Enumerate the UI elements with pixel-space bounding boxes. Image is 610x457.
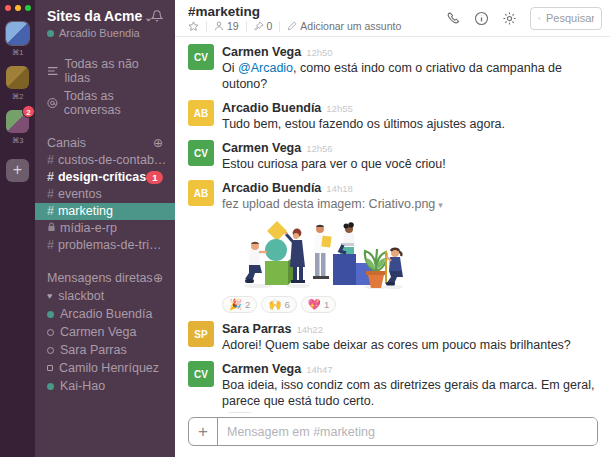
- message-author[interactable]: Carmen Vega: [222, 362, 301, 376]
- channel-topic[interactable]: Adicionar um assunto: [287, 20, 401, 32]
- members-count[interactable]: 19: [214, 20, 239, 32]
- presence-online-icon: [47, 383, 54, 390]
- minimize-window-button[interactable]: [15, 5, 21, 11]
- uploaded-image-criativo-png[interactable]: [236, 219, 406, 291]
- reaction-pill[interactable]: 👌1: [222, 412, 257, 413]
- channel-header: #marketing 19 0: [175, 0, 610, 37]
- mention-link[interactable]: @Arcadio: [238, 61, 293, 75]
- channel-title: #marketing: [188, 4, 401, 19]
- presence-online-icon: [47, 311, 54, 318]
- avatar[interactable]: AB: [188, 180, 214, 206]
- sidebar-dm-arcadio-buendia[interactable]: Arcadio Buendía: [35, 305, 175, 323]
- message-timestamp[interactable]: 12h50: [306, 47, 332, 58]
- sidebar-channel-marketing[interactable]: #marketing: [35, 203, 175, 220]
- sidebar: Sites da Acme⌄ Arcadio Buendia Todas as …: [35, 0, 175, 457]
- sidebar-dm-slackbot[interactable]: ♥slackbot: [35, 287, 175, 305]
- search-input[interactable]: [546, 12, 594, 24]
- search-box[interactable]: [530, 7, 602, 30]
- notifications-bell-icon[interactable]: [150, 9, 164, 23]
- info-icon[interactable]: [474, 11, 489, 26]
- message-with-upload: AB Arcadio Buendía14h18 fez upload desta…: [188, 180, 600, 313]
- message: SP Sara Parras14h22 Adorei! Quem sabe de…: [188, 321, 600, 353]
- message: CV Carmen Vega14h47 Boa ideia, isso cond…: [188, 361, 600, 413]
- sidebar-dm-kai-hao[interactable]: Kai-Hao: [35, 377, 175, 395]
- avatar[interactable]: CV: [188, 140, 214, 166]
- add-workspace-button[interactable]: +: [6, 159, 29, 182]
- main-panel: #marketing 19 0: [175, 0, 610, 457]
- sidebar-channel-midia-e-rp[interactable]: mídia-e-rp: [35, 220, 175, 237]
- message-author[interactable]: Carmen Vega: [222, 45, 301, 59]
- reactions-row: 👌1: [222, 412, 600, 413]
- message-input[interactable]: [218, 418, 597, 445]
- hash-icon: #: [47, 204, 54, 219]
- avatar[interactable]: SP: [188, 321, 214, 347]
- channel-name: custos-de-contab…: [58, 153, 166, 168]
- message-timestamp[interactable]: 12h56: [306, 143, 332, 154]
- channel-name: mídia-e-rp: [60, 221, 117, 236]
- sidebar-dm-carmen-vega[interactable]: Carmen Vega: [35, 323, 175, 341]
- message-list[interactable]: CV Carmen Vega12h50 Oi @Arcadio, como es…: [175, 37, 610, 413]
- pins-count[interactable]: 0: [254, 20, 273, 32]
- message-timestamp[interactable]: 14h22: [297, 324, 323, 335]
- message-text: Boa ideia, isso condiz com as diretrizes…: [222, 377, 600, 409]
- call-phone-icon[interactable]: [446, 11, 461, 26]
- search-icon: [538, 13, 541, 24]
- sidebar-dm-sara-parras[interactable]: Sara Parras: [35, 341, 175, 359]
- presence-offline-icon: [47, 329, 54, 336]
- hash-icon: #: [47, 170, 54, 185]
- message-author[interactable]: Sara Parras: [222, 322, 292, 336]
- attach-plus-button[interactable]: +: [189, 418, 218, 445]
- workspace-switcher-2[interactable]: [6, 66, 29, 89]
- sidebar-channel-design-criticas[interactable]: #design-críticas 1: [35, 169, 175, 186]
- sidebar-item-all-conversations[interactable]: Todas as conversas: [35, 87, 175, 119]
- close-window-button[interactable]: [5, 5, 11, 11]
- slack-window: ⌘1 ⌘2 2 ⌘3 + Sites da Acme⌄ Arcadio Buen…: [0, 0, 610, 457]
- pencil-icon: [287, 21, 297, 31]
- reaction-pill[interactable]: 💖1: [301, 296, 336, 313]
- hash-icon: #: [47, 153, 54, 168]
- workspace-shortcut: ⌘1: [6, 48, 29, 57]
- message-timestamp[interactable]: 14h47: [306, 364, 332, 375]
- channels-header[interactable]: Canais: [47, 136, 86, 150]
- hash-icon: #: [47, 187, 54, 202]
- topic-placeholder: Adicionar um assunto: [300, 20, 401, 32]
- dm-name: slackbot: [58, 289, 104, 304]
- reaction-pill[interactable]: 🎉2: [222, 296, 257, 313]
- sidebar-channel-custos-de-contab[interactable]: #custos-de-contab…: [35, 152, 175, 169]
- sidebar-channel-eventos[interactable]: #eventos: [35, 186, 175, 203]
- channel-name: eventos: [58, 187, 102, 202]
- nav-label: Todas as não lidas: [64, 57, 163, 85]
- message-timestamp[interactable]: 14h18: [326, 183, 352, 194]
- zoom-window-button[interactable]: [25, 5, 31, 11]
- channel-name: marketing: [58, 204, 113, 219]
- message-author[interactable]: Carmen Vega: [222, 141, 301, 155]
- current-user-name: Arcadio Buendia: [59, 27, 140, 39]
- channel-name: problemas-de-tri…: [58, 238, 162, 253]
- workspace-switcher-1[interactable]: [6, 22, 29, 45]
- sidebar-channel-problemas-de-tri[interactable]: #problemas-de-tri…: [35, 237, 175, 254]
- avatar[interactable]: CV: [188, 44, 214, 70]
- slackbot-heart-icon: ♥: [47, 293, 52, 300]
- message-author[interactable]: Arcadio Buendía: [222, 181, 321, 195]
- sidebar-dm-camilo-henriquez[interactable]: Camilo Henríquez: [35, 359, 175, 377]
- message-timestamp[interactable]: 12h55: [326, 103, 352, 114]
- message: CV Carmen Vega12h56 Estou curiosa para v…: [188, 140, 600, 172]
- message: CV Carmen Vega12h50 Oi @Arcadio, como es…: [188, 44, 600, 92]
- message-author[interactable]: Arcadio Buendía: [222, 101, 321, 115]
- avatar[interactable]: AB: [188, 100, 214, 126]
- expand-caret-icon[interactable]: ▾: [438, 200, 443, 210]
- star-icon[interactable]: [188, 21, 199, 32]
- dms-header[interactable]: Mensagens diretas: [47, 271, 153, 285]
- reaction-pill[interactable]: 🙌6: [261, 296, 296, 313]
- dm-name: Kai-Hao: [60, 379, 105, 394]
- reaction-emoji: 🙌: [268, 298, 281, 311]
- current-user-presence[interactable]: Arcadio Buendia: [47, 27, 163, 39]
- presence-square-icon: [47, 365, 53, 371]
- avatar[interactable]: CV: [188, 361, 214, 387]
- workspace-menu[interactable]: Sites da Acme⌄: [47, 8, 163, 24]
- workspace-switcher-3[interactable]: 2: [6, 110, 29, 133]
- sidebar-item-all-unreads[interactable]: Todas as não lidas: [35, 55, 175, 87]
- add-dm-icon[interactable]: ⊕: [153, 272, 163, 284]
- gear-icon[interactable]: [502, 11, 517, 26]
- add-channel-icon[interactable]: ⊕: [153, 137, 163, 149]
